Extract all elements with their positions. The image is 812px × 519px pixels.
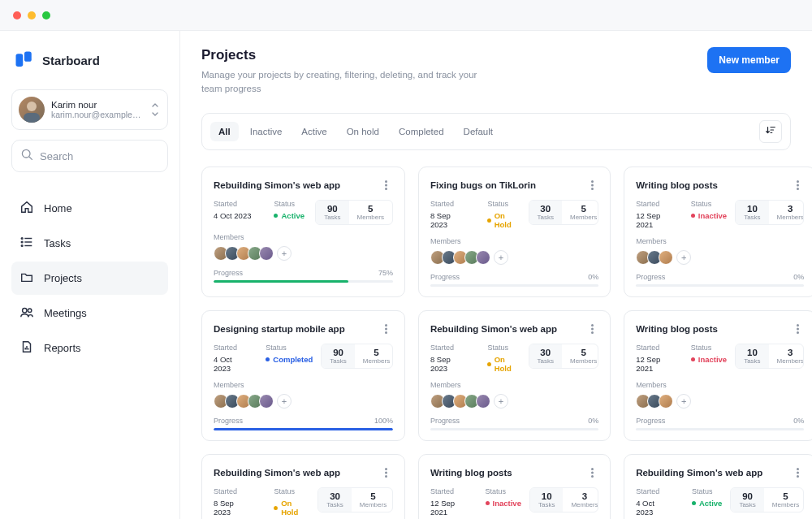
add-member-button[interactable]: + bbox=[277, 246, 292, 261]
search-input[interactable] bbox=[40, 150, 159, 162]
members-label: Members bbox=[777, 214, 804, 221]
svg-point-33 bbox=[591, 328, 594, 331]
traffic-lights[interactable] bbox=[13, 11, 50, 19]
add-member-button[interactable]: + bbox=[277, 394, 292, 409]
started-label: Started bbox=[430, 487, 463, 495]
filter-tab-all[interactable]: All bbox=[210, 122, 239, 141]
nav-item-meetings[interactable]: Meetings bbox=[11, 296, 168, 330]
status-label: Status bbox=[486, 487, 521, 495]
nav-label: Home bbox=[44, 202, 72, 214]
sort-button[interactable] bbox=[759, 120, 782, 143]
progress-percent: 0% bbox=[588, 417, 598, 425]
card-menu-button[interactable] bbox=[380, 322, 393, 335]
counters: 10 Tasks 3 Members bbox=[735, 344, 804, 369]
project-card[interactable]: Rebuilding Simon's web app Started 4 Oct… bbox=[624, 454, 812, 519]
counters: 90 Tasks 5 Members bbox=[315, 200, 393, 225]
started-date: 8 Sep 2023 bbox=[430, 355, 464, 373]
tasks-count: 30 bbox=[330, 491, 340, 501]
project-card[interactable]: Designing startup mobile app Started 4 O… bbox=[201, 310, 405, 441]
filter-tab-inactive[interactable]: Inactive bbox=[242, 122, 291, 141]
project-title: Writing blog posts bbox=[636, 180, 718, 190]
card-menu-button[interactable] bbox=[791, 322, 804, 335]
counters: 30 Tasks 5 Members bbox=[317, 487, 393, 513]
project-card[interactable]: Rebuilding Simon's web app Started 4 Oct… bbox=[201, 167, 405, 297]
home-icon bbox=[19, 200, 34, 217]
status-value: Inactive bbox=[691, 211, 727, 220]
add-member-button[interactable]: + bbox=[494, 394, 508, 409]
progress-bar bbox=[430, 428, 598, 430]
svg-point-28 bbox=[797, 188, 799, 190]
maximize-window-icon[interactable] bbox=[42, 11, 50, 19]
project-title: Rebuilding Simon's web app bbox=[214, 468, 340, 478]
filter-tab-default[interactable]: Default bbox=[456, 122, 501, 141]
svg-point-25 bbox=[591, 188, 594, 190]
close-window-icon[interactable] bbox=[13, 11, 21, 19]
card-menu-button[interactable] bbox=[585, 466, 598, 479]
tasks-count: 30 bbox=[540, 204, 551, 214]
status-label: Status bbox=[692, 487, 723, 495]
started-date: 8 Sep 2023 bbox=[430, 211, 464, 229]
project-card[interactable]: Writing blog posts Started 12 Sep 2021 S… bbox=[624, 167, 812, 297]
add-member-button[interactable]: + bbox=[494, 250, 508, 265]
project-title: Fixing bugs on TikLorin bbox=[430, 180, 536, 190]
project-card[interactable]: Writing blog posts Started 12 Sep 2021 S… bbox=[624, 310, 812, 441]
project-card[interactable]: Writing blog posts Started 12 Sep 2021 S… bbox=[418, 454, 611, 519]
counters: 30 Tasks 5 Members bbox=[529, 200, 599, 225]
progress-label: Progress bbox=[636, 273, 665, 281]
projects-grid: Rebuilding Simon's web app Started 4 Oct… bbox=[201, 167, 791, 519]
project-title: Rebuilding Simon's web app bbox=[214, 180, 340, 190]
card-menu-button[interactable] bbox=[585, 179, 598, 192]
tasks-label: Tasks bbox=[744, 214, 760, 221]
nav-label: Projects bbox=[44, 272, 82, 284]
members-label: Members bbox=[777, 357, 804, 365]
nav-item-tasks[interactable]: Tasks bbox=[11, 227, 168, 260]
nav-label: Meetings bbox=[44, 307, 87, 319]
started-date: 4 Oct 2023 bbox=[214, 211, 251, 220]
card-menu-button[interactable] bbox=[380, 179, 393, 192]
members-count: 5 bbox=[581, 348, 585, 357]
nav-item-home[interactable]: Home bbox=[11, 192, 168, 225]
progress-bar bbox=[636, 428, 804, 430]
status-value: Inactive bbox=[486, 499, 521, 508]
svg-point-27 bbox=[797, 184, 799, 187]
progress-label: Progress bbox=[214, 417, 243, 425]
project-card[interactable]: Rebuilding Simon's web app Started 8 Sep… bbox=[201, 454, 405, 519]
svg-point-23 bbox=[591, 180, 594, 183]
add-member-button[interactable]: + bbox=[676, 394, 691, 409]
new-member-button[interactable]: New member bbox=[707, 47, 791, 73]
filter-tab-completed[interactable]: Completed bbox=[391, 122, 452, 141]
svg-point-36 bbox=[797, 328, 799, 331]
card-menu-button[interactable] bbox=[585, 322, 598, 335]
progress-percent: 75% bbox=[378, 269, 393, 277]
tasks-count: 90 bbox=[742, 491, 753, 501]
filter-tab-on-hold[interactable]: On hold bbox=[339, 122, 387, 141]
user-switcher[interactable]: Karim nour karim.nour@example.com bbox=[11, 89, 168, 130]
svg-point-39 bbox=[385, 472, 387, 474]
members-label: Members bbox=[570, 357, 597, 365]
add-member-button[interactable]: + bbox=[676, 250, 691, 265]
counters: 30 Tasks 5 Members bbox=[529, 344, 599, 369]
page-subtitle: Manage your projects by creating, filter… bbox=[201, 68, 494, 95]
tasks-count: 90 bbox=[333, 348, 343, 357]
nav-item-projects[interactable]: Projects bbox=[11, 262, 168, 295]
project-title: Writing blog posts bbox=[636, 324, 718, 334]
search-input-container[interactable] bbox=[11, 140, 168, 172]
project-card[interactable]: Fixing bugs on TikLorin Started 8 Sep 20… bbox=[418, 167, 611, 297]
brand-name: Starboard bbox=[42, 54, 100, 67]
card-menu-button[interactable] bbox=[791, 179, 804, 192]
started-label: Started bbox=[636, 200, 668, 208]
tasks-label: Tasks bbox=[538, 501, 555, 508]
card-menu-button[interactable] bbox=[791, 466, 804, 479]
project-card[interactable]: Rebuilding Simon's web app Started 8 Sep… bbox=[418, 310, 611, 441]
status-value: Inactive bbox=[691, 355, 727, 364]
progress-label: Progress bbox=[214, 269, 243, 277]
svg-point-12 bbox=[23, 309, 27, 313]
folder-icon bbox=[19, 270, 34, 287]
started-date: 12 Sep 2021 bbox=[430, 499, 463, 517]
members-heading: Members bbox=[636, 237, 804, 245]
nav-item-reports[interactable]: Reports bbox=[11, 331, 168, 365]
svg-point-9 bbox=[21, 238, 23, 240]
filter-tab-active[interactable]: Active bbox=[293, 122, 335, 141]
card-menu-button[interactable] bbox=[380, 466, 393, 479]
minimize-window-icon[interactable] bbox=[28, 11, 36, 19]
